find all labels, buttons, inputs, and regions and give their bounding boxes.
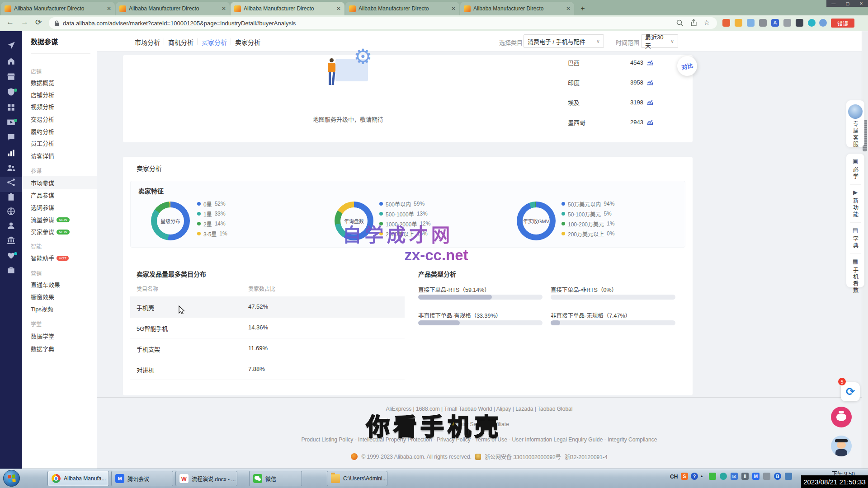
sidebar-item-keyword-advisor[interactable]: 选词参谋 [31, 203, 54, 211]
tab-close-icon[interactable]: ✕ [105, 5, 111, 12]
taskbar-button-folder[interactable]: C:\Users\Admini... [327, 471, 387, 486]
extension-icon[interactable] [747, 19, 755, 27]
sidebar-item-data-overview[interactable]: 数据概览 [31, 78, 54, 87]
sidebar-item-fulfillment-analysis[interactable]: 履约分析 [31, 127, 54, 136]
help-tray-icon[interactable]: ? [691, 473, 698, 480]
taskbar-button-wechat[interactable]: 微信 [249, 471, 302, 486]
trend-chart-icon[interactable] [646, 118, 654, 126]
category-select[interactable]: 消费电子 / 手机与配件∨ [524, 34, 604, 48]
display-tray-icon[interactable] [785, 473, 792, 480]
sidebar-item-data-academy[interactable]: 数据学堂 [31, 332, 54, 340]
reload-icon[interactable]: ⟳ [35, 18, 42, 27]
apps-grid-icon[interactable] [7, 103, 15, 112]
sidebar-item-traffic-advisor[interactable]: 流量参谋NEW [31, 215, 70, 224]
finance-bank-icon[interactable] [7, 236, 15, 244]
sync-icon[interactable]: ⟳ [841, 382, 860, 401]
minimize-button[interactable]: — [831, 1, 835, 6]
tab-close-icon[interactable]: ✕ [564, 5, 571, 12]
extension-icon[interactable]: A [771, 19, 779, 27]
range-select[interactable]: 最近30天∨ [641, 34, 678, 48]
signal-tray-icon[interactable]: ll [741, 473, 749, 480]
support-widget[interactable]: 专属客服 [846, 100, 864, 147]
assistant-avatar[interactable] [831, 436, 852, 456]
close-button[interactable]: ✕ [859, 1, 863, 6]
trend-chart-icon[interactable] [646, 59, 654, 66]
browser-tab[interactable]: Alibaba Manufacturer Directo✕ [1, 2, 115, 15]
extension-icon[interactable] [796, 19, 803, 27]
profile-avatar[interactable] [819, 19, 827, 27]
taskbar-button-tencent-meeting[interactable]: M腾讯会议 [111, 471, 173, 486]
clipboard-tray-icon[interactable] [763, 473, 770, 480]
global-icon[interactable] [7, 207, 15, 216]
workbench-briefcase-icon[interactable] [7, 266, 15, 274]
wechat-tray-icon[interactable] [709, 473, 716, 480]
sidebar-item-data-dictionary[interactable]: 数据字典 [31, 344, 54, 353]
sidebar-item-p4p-effect[interactable]: 直通车效果 [31, 280, 60, 289]
taskbar-button-wps[interactable]: W流程演说.docx - ... [175, 471, 237, 486]
sidebar-item-video-analysis[interactable]: 视频分析 [31, 102, 54, 111]
share-icon[interactable] [690, 19, 698, 27]
extension-icon[interactable] [808, 19, 816, 27]
message-icon[interactable] [7, 133, 15, 141]
shop-icon[interactable] [7, 72, 15, 81]
trend-chart-icon[interactable] [646, 99, 654, 106]
sidebar-item-market-advisor[interactable]: 市场参谋 [31, 178, 54, 187]
browser-tab-active[interactable]: Alibaba Manufacturer Directo✕ [231, 2, 344, 15]
browser-tab[interactable]: Alibaba Manufacturer Directo✕ [116, 2, 230, 15]
sidebar-item-shop-analysis[interactable]: 店铺分析 [31, 90, 54, 99]
table-row[interactable]: 手机壳47.52% [130, 296, 405, 318]
contact-person-icon[interactable] [7, 221, 15, 230]
sidebar-item-buyer-advisor[interactable]: 买家参谋NEW [31, 227, 70, 236]
icp-number[interactable]: 浙B2-20120091-4 [565, 453, 608, 460]
sidebar-item-showcase-effect[interactable]: 橱窗效果 [31, 292, 54, 301]
mobile-data-item[interactable]: ▦手机看数 [846, 254, 864, 298]
puzzle-extension-icon[interactable] [783, 19, 791, 27]
new-tab-button[interactable]: + [577, 3, 589, 14]
browser-tray-icon[interactable] [720, 473, 727, 480]
tab-close-icon[interactable]: ✕ [449, 5, 456, 12]
zoom-icon[interactable] [676, 19, 684, 27]
new-features-item[interactable]: ▶新功能 [846, 185, 864, 222]
money-bag-icon[interactable] [831, 407, 852, 427]
dictionary-item[interactable]: ▤字典 [846, 223, 864, 253]
language-indicator[interactable]: CH [670, 474, 678, 480]
extension-icon[interactable] [759, 19, 767, 27]
taskbar-button-chrome[interactable]: Alibaba Manufa... [47, 471, 109, 486]
table-row[interactable]: 手机支架11.69% [130, 338, 405, 359]
sidebar-item-trade-analysis[interactable]: 交易分析 [31, 115, 54, 123]
share-nodes-icon[interactable] [7, 178, 15, 187]
tab-buyer-analysis[interactable]: 买家分析 [202, 38, 227, 47]
address-bar[interactable]: data.alibaba.com/adviser/market?cateId=1… [49, 17, 717, 29]
extension-icon[interactable] [722, 19, 730, 27]
mail-tray-icon[interactable]: ✉ [731, 473, 738, 480]
tray-expand-icon[interactable]: ▴ [701, 474, 703, 478]
trend-chart-icon[interactable] [646, 79, 654, 86]
error-badge[interactable]: 错误 [831, 19, 854, 28]
analytics-icon[interactable] [7, 149, 15, 157]
sidebar-item-staff-analysis[interactable]: 员工分析 [31, 139, 54, 147]
tab-market-analysis[interactable]: 市场分析 [135, 38, 160, 47]
send-icon[interactable] [7, 41, 15, 49]
beian-number[interactable]: 浙公网安备 33010002000092号 [485, 453, 561, 460]
home-icon[interactable] [7, 57, 15, 66]
extension-icon[interactable] [735, 19, 742, 27]
tab-close-icon[interactable]: ✕ [335, 5, 341, 12]
tab-seller-analysis[interactable]: 卖家分析 [235, 38, 260, 47]
meeting-tray-icon[interactable]: M [752, 473, 760, 480]
sidebar-item-smart-assistant[interactable]: 智能助手HOT [31, 253, 69, 262]
sidebar-item-tips-video[interactable]: Tips视频 [31, 305, 53, 313]
sogou-tray-icon[interactable]: S [681, 473, 688, 480]
sidebar-item-product-advisor[interactable]: 产品参谋 [31, 191, 54, 199]
tab-close-icon[interactable]: ✕ [220, 5, 226, 12]
customers-icon[interactable] [7, 164, 15, 172]
table-row[interactable]: 对讲机7.88% [130, 359, 405, 380]
back-icon[interactable]: ← [6, 18, 14, 27]
maximize-button[interactable]: ▢ [845, 1, 849, 6]
must-learn-item[interactable]: ▣必学 [846, 154, 864, 184]
sidebar-item-visitor-details[interactable]: 访客详情 [31, 151, 54, 160]
table-row[interactable]: 5G智能手机14.36% [130, 317, 405, 338]
forward-icon[interactable]: → [21, 18, 28, 27]
browser-tab[interactable]: Alibaba Manufacturer Directo✕ [460, 2, 574, 15]
browser-tab[interactable]: Alibaba Manufacturer Directo✕ [345, 2, 459, 15]
tab-opportunity-analysis[interactable]: 商机分析 [168, 38, 193, 47]
